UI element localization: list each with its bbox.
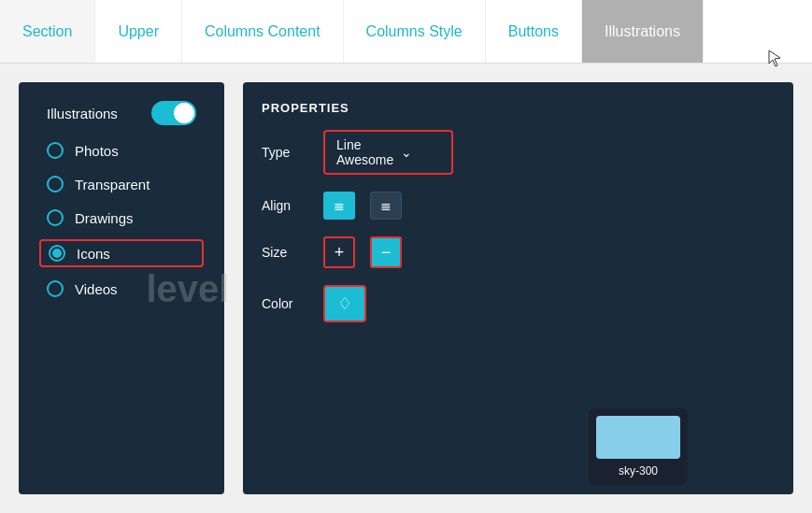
- size-row: Size + −: [262, 236, 775, 268]
- align-left-icon: ≣: [334, 198, 345, 213]
- top-nav: Section Upper Columns Content Columns St…: [0, 0, 812, 64]
- dropdown-chevron-icon: ⌄: [401, 145, 440, 160]
- radio-videos-outer: [47, 280, 64, 297]
- radio-photos-outer: [47, 142, 64, 159]
- radio-videos-label: Videos: [75, 281, 118, 297]
- radio-icons[interactable]: Icons: [39, 239, 204, 267]
- nav-item-illustrations[interactable]: Illustrations: [582, 0, 704, 63]
- color-swatch-icon: ♢: [337, 293, 352, 314]
- right-panel: PROPERTIES Type Line Awesome ⌄ Align ≣ ≣…: [243, 82, 793, 494]
- main-content: level Illustrations Photos Transparent D…: [0, 64, 812, 513]
- type-label: Type: [262, 145, 308, 160]
- illustrations-label: Illustrations: [47, 106, 118, 121]
- align-right-button[interactable]: ≣: [370, 192, 402, 220]
- align-left-button[interactable]: ≣: [323, 192, 355, 220]
- nav-item-upper[interactable]: Upper: [95, 0, 182, 63]
- properties-title: PROPERTIES: [262, 101, 775, 115]
- size-plus-button[interactable]: +: [323, 236, 355, 268]
- size-minus-button[interactable]: −: [370, 236, 402, 268]
- color-label: Color: [262, 296, 308, 311]
- radio-transparent-outer: [47, 176, 64, 192]
- nav-item-section[interactable]: Section: [0, 0, 95, 63]
- radio-photos-label: Photos: [75, 143, 119, 159]
- radio-icons-label: Icons: [77, 246, 110, 262]
- type-value: Line Awesome: [336, 137, 393, 167]
- nav-item-buttons[interactable]: Buttons: [486, 0, 582, 63]
- type-row: Type Line Awesome ⌄: [262, 130, 775, 175]
- illustrations-toggle-row: Illustrations: [47, 101, 196, 125]
- align-right-icon: ≣: [380, 198, 392, 213]
- radio-icons-outer: [49, 245, 65, 262]
- radio-transparent[interactable]: Transparent: [47, 176, 196, 192]
- radio-videos[interactable]: Videos: [47, 280, 196, 297]
- type-dropdown[interactable]: Line Awesome ⌄: [323, 130, 453, 175]
- radio-drawings-outer: [47, 209, 64, 226]
- radio-drawings-label: Drawings: [75, 210, 134, 226]
- color-swatch-button[interactable]: ♢: [323, 285, 366, 322]
- radio-transparent-label: Transparent: [75, 177, 150, 192]
- illustrations-toggle[interactable]: [151, 101, 196, 125]
- align-row: Align ≣ ≣: [262, 192, 775, 220]
- radio-drawings[interactable]: Drawings: [47, 209, 196, 226]
- size-label: Size: [262, 245, 308, 260]
- align-label: Align: [262, 198, 308, 213]
- nav-item-columns-content[interactable]: Columns Content: [182, 0, 344, 63]
- left-panel: Illustrations Photos Transparent Drawing…: [19, 82, 224, 494]
- nav-item-columns-style[interactable]: Columns Style: [344, 0, 486, 63]
- radio-photos[interactable]: Photos: [47, 142, 196, 159]
- color-row: Color ♢: [262, 285, 775, 322]
- radio-icons-inner: [52, 249, 62, 258]
